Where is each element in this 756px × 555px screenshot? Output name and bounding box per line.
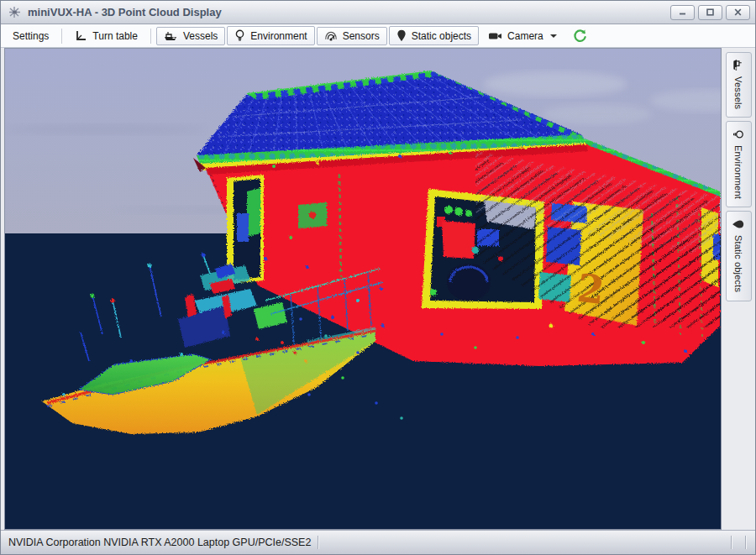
side-tab-static-objects-label: Static objects bbox=[733, 235, 743, 292]
pin-icon bbox=[732, 217, 745, 231]
environment-button[interactable]: Environment bbox=[227, 26, 314, 45]
window-title: miniVUX-HA - 3D Point Cloud Display bbox=[28, 6, 667, 18]
turn-table-button[interactable]: Turn table bbox=[67, 27, 145, 45]
camera-icon bbox=[488, 31, 502, 41]
toolbar-separator bbox=[150, 29, 151, 44]
refresh-button[interactable] bbox=[570, 27, 591, 45]
side-tab-environment-label: Environment bbox=[733, 145, 743, 199]
camera-label: Camera bbox=[507, 30, 543, 42]
side-tab-environment[interactable]: Environment bbox=[726, 121, 752, 207]
app-icon bbox=[8, 5, 22, 19]
static-objects-label: Static objects bbox=[412, 30, 471, 42]
vessels-button[interactable]: Vessels bbox=[156, 27, 225, 45]
minimize-icon bbox=[678, 8, 687, 16]
side-tab-vessels-label: Vessels bbox=[733, 76, 743, 109]
point-cloud-viewport[interactable]: 2 bbox=[4, 48, 722, 530]
close-icon bbox=[733, 8, 743, 16]
status-separator bbox=[731, 536, 732, 549]
maximize-icon bbox=[706, 8, 715, 16]
gpu-info-text: NVIDIA Corporation NVIDIA RTX A2000 Lapt… bbox=[8, 537, 311, 548]
minimize-button[interactable] bbox=[670, 5, 695, 20]
lightbulb-icon bbox=[234, 29, 245, 42]
toolbar: Settings Turn table Vessels bbox=[1, 24, 755, 48]
turn-table-label: Turn table bbox=[92, 30, 138, 42]
status-bar: NVIDIA Corporation NVIDIA RTX A2000 Lapt… bbox=[1, 530, 755, 554]
title-bar: miniVUX-HA - 3D Point Cloud Display bbox=[1, 1, 755, 24]
settings-button[interactable]: Settings bbox=[5, 27, 56, 45]
boat-icon bbox=[732, 59, 745, 72]
boat-icon bbox=[164, 30, 178, 41]
environment-label: Environment bbox=[250, 30, 307, 42]
lightbulb-icon bbox=[732, 128, 745, 141]
maximize-button[interactable] bbox=[698, 5, 722, 20]
point-cloud-scene: 2 bbox=[5, 49, 721, 529]
status-separator bbox=[745, 536, 746, 549]
app-window: miniVUX-HA - 3D Point Cloud Display Sett… bbox=[0, 0, 756, 555]
vessels-label: Vessels bbox=[183, 30, 218, 42]
static-objects-button[interactable]: Static objects bbox=[389, 26, 479, 45]
pin-icon bbox=[396, 29, 407, 42]
status-separator bbox=[318, 536, 318, 549]
main-area: 2 bbox=[1, 48, 755, 530]
door-number: 2 bbox=[575, 265, 606, 313]
close-button[interactable] bbox=[726, 5, 750, 20]
chevron-down-icon bbox=[550, 34, 557, 38]
axis-icon bbox=[75, 30, 87, 42]
side-tab-vessels[interactable]: Vessels bbox=[726, 52, 752, 118]
sensors-label: Sensors bbox=[343, 30, 380, 42]
sensor-icon bbox=[324, 30, 338, 42]
sensors-button[interactable]: Sensors bbox=[317, 27, 387, 45]
refresh-icon bbox=[573, 29, 587, 43]
side-tab-strip: Vessels Environment Static objects bbox=[722, 48, 755, 530]
toolbar-separator bbox=[61, 29, 62, 44]
side-tab-static-objects[interactable]: Static objects bbox=[726, 211, 752, 301]
camera-button[interactable]: Camera bbox=[480, 27, 564, 45]
settings-label: Settings bbox=[13, 30, 49, 42]
